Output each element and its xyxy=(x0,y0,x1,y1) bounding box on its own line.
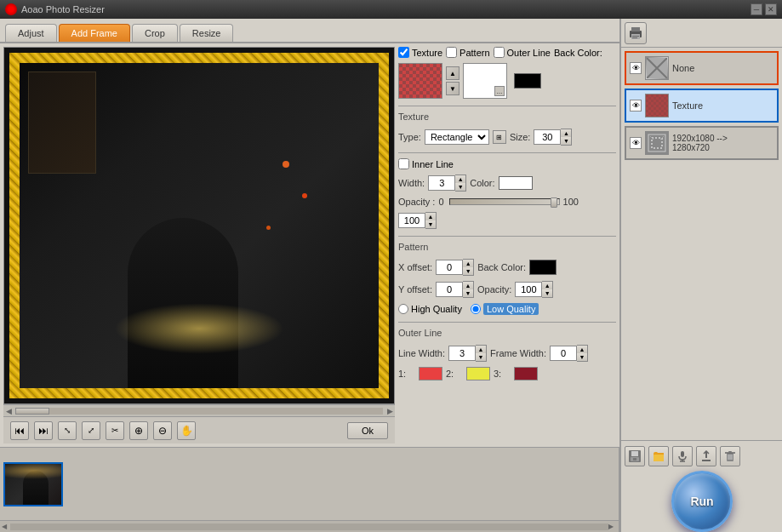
back-color-swatch[interactable] xyxy=(514,73,541,89)
pat-opacity-input[interactable] xyxy=(515,282,542,297)
outerline-check-label[interactable]: Outer Line xyxy=(494,47,551,58)
last-button[interactable]: ⏭ xyxy=(34,421,53,440)
size-label: Size: xyxy=(510,132,530,142)
fit-button[interactable]: ⤡ xyxy=(58,421,77,440)
xoffset-input[interactable] xyxy=(436,260,463,275)
texture-scroll-down[interactable]: ▼ xyxy=(446,82,459,95)
pattern-checkbox[interactable] xyxy=(446,47,457,58)
yoffset-down[interactable]: ▼ xyxy=(463,289,473,297)
pat-opacity-up[interactable]: ▲ xyxy=(542,282,552,289)
width-up[interactable]: ▲ xyxy=(455,175,465,183)
tab-add-frame[interactable]: Add Frame xyxy=(59,24,130,42)
lowquality-label[interactable]: Low Quality xyxy=(471,303,539,315)
scrollbar-track xyxy=(15,408,383,415)
minimize-button[interactable]: ─ xyxy=(751,3,762,15)
texture-preview[interactable] xyxy=(398,63,442,99)
opacity-spinbox: ▲ ▼ xyxy=(398,212,437,229)
texture-checkbox[interactable] xyxy=(398,47,409,58)
framewidth-up[interactable]: ▲ xyxy=(577,346,587,353)
opacity-up[interactable]: ▲ xyxy=(425,213,436,220)
highquality-label[interactable]: High Quality xyxy=(398,304,462,314)
highquality-radio[interactable] xyxy=(398,304,408,314)
xoffset-down[interactable]: ▼ xyxy=(463,267,473,275)
zoom-in-button[interactable]: ⊕ xyxy=(129,421,148,440)
bottom-strip: ◀ ▶ xyxy=(0,447,619,532)
delete-action-button[interactable] xyxy=(720,446,740,466)
type-select[interactable]: Rectangle xyxy=(425,129,489,145)
linewidth-down[interactable]: ▼ xyxy=(476,353,486,361)
thumbnail-scrollbar[interactable]: ◀ ▶ xyxy=(0,520,619,532)
lowquality-radio[interactable] xyxy=(471,304,481,314)
outerline-colors-row: 1: 2: 3: xyxy=(398,367,616,380)
size-up[interactable]: ▲ xyxy=(561,129,571,137)
layer-none[interactable]: 👁 None xyxy=(625,51,779,85)
thumbnail-item[interactable] xyxy=(3,462,63,506)
linewidth-input[interactable] xyxy=(448,346,476,361)
audio-action-button[interactable] xyxy=(672,446,693,466)
crop-tool-button[interactable]: ✂ xyxy=(106,421,124,440)
size-input[interactable] xyxy=(534,129,561,145)
ok-button[interactable]: Ok xyxy=(347,422,388,439)
print-button[interactable] xyxy=(625,22,647,44)
tab-resize[interactable]: Resize xyxy=(180,24,234,42)
texture-scroll-up[interactable]: ▲ xyxy=(446,66,459,80)
layer-resize[interactable]: 👁 1920x1080 -->1280x720 xyxy=(625,126,779,160)
sidebar-top xyxy=(621,19,782,48)
framewidth-down[interactable]: ▼ xyxy=(577,353,587,361)
width-down[interactable]: ▼ xyxy=(455,183,465,191)
framewidth-input[interactable] xyxy=(550,346,577,361)
run-button[interactable]: Run xyxy=(671,471,733,532)
scrollbar-thumb[interactable] xyxy=(15,408,49,415)
image-canvas xyxy=(3,47,395,404)
width-input[interactable] xyxy=(428,175,455,191)
outerline-section-label: Outer Line xyxy=(398,328,442,338)
thumbnail-area: ◀ ▶ xyxy=(0,448,619,532)
outerline-section-header-row: Outer Line xyxy=(398,328,616,340)
layer-texture-eye[interactable]: 👁 xyxy=(630,100,642,112)
color2-swatch[interactable] xyxy=(466,367,490,380)
innerline-color-swatch[interactable] xyxy=(499,176,533,190)
first-button[interactable]: ⏮ xyxy=(10,421,29,440)
pattern-preview[interactable]: … xyxy=(463,63,507,99)
close-button[interactable]: ✕ xyxy=(765,3,777,15)
type-spinner-icon[interactable]: ⊞ xyxy=(493,130,506,144)
linewidth-spinbox: ▲ ▼ xyxy=(448,345,487,362)
xoffset-up[interactable]: ▲ xyxy=(463,260,473,267)
layer-resize-eye[interactable]: 👁 xyxy=(630,137,642,149)
pat-backcolor-label: Back Color: xyxy=(477,262,526,272)
app-title: Aoao Photo Resizer xyxy=(21,4,105,14)
size-down[interactable]: ▼ xyxy=(561,137,571,145)
pat-opacity-down[interactable]: ▼ xyxy=(542,289,552,297)
tab-adjust[interactable]: Adjust xyxy=(5,24,57,42)
frame-controls: Texture Pattern Outer Line Back Color: xyxy=(398,47,616,443)
pan-button[interactable]: ✋ xyxy=(177,421,196,440)
fullsize-button[interactable]: ⤢ xyxy=(82,421,100,440)
color1-swatch[interactable] xyxy=(419,367,442,380)
outerline-checkbox[interactable] xyxy=(494,47,505,58)
yoffset-label: Y offset: xyxy=(398,284,432,295)
yoffset-up[interactable]: ▲ xyxy=(463,282,473,289)
tab-crop[interactable]: Crop xyxy=(132,24,178,42)
color3-swatch[interactable] xyxy=(514,367,538,380)
layer-none-eye[interactable]: 👁 xyxy=(630,62,642,74)
yoffset-spinbox: ▲ ▼ xyxy=(436,281,474,298)
load-action-button[interactable] xyxy=(648,446,669,466)
zoom-out-button[interactable]: ⊖ xyxy=(153,421,172,440)
thumbnail-scroll[interactable] xyxy=(0,448,619,520)
texture-check-label[interactable]: Texture xyxy=(398,47,442,58)
horizontal-scrollbar[interactable]: ◀ ▶ xyxy=(3,404,395,416)
save-action-button[interactable] xyxy=(625,446,645,466)
innerline-check-label[interactable]: Inner Line xyxy=(398,158,454,169)
layer-texture[interactable]: 👁 Texture xyxy=(625,89,779,123)
opacity-input[interactable] xyxy=(398,213,425,228)
app-icon xyxy=(5,3,17,15)
linewidth-up[interactable]: ▲ xyxy=(476,346,486,353)
upload-action-button[interactable] xyxy=(696,446,716,466)
opacity-slider[interactable] xyxy=(449,198,560,205)
pat-back-color-swatch[interactable] xyxy=(529,260,557,275)
opacity-down[interactable]: ▼ xyxy=(425,220,436,228)
pattern-check-label[interactable]: Pattern xyxy=(446,47,489,58)
yoffset-input[interactable] xyxy=(436,282,463,297)
innerline-checkbox[interactable] xyxy=(398,158,409,169)
right-sidebar: 👁 None 👁 Texture 👁 xyxy=(620,19,782,532)
